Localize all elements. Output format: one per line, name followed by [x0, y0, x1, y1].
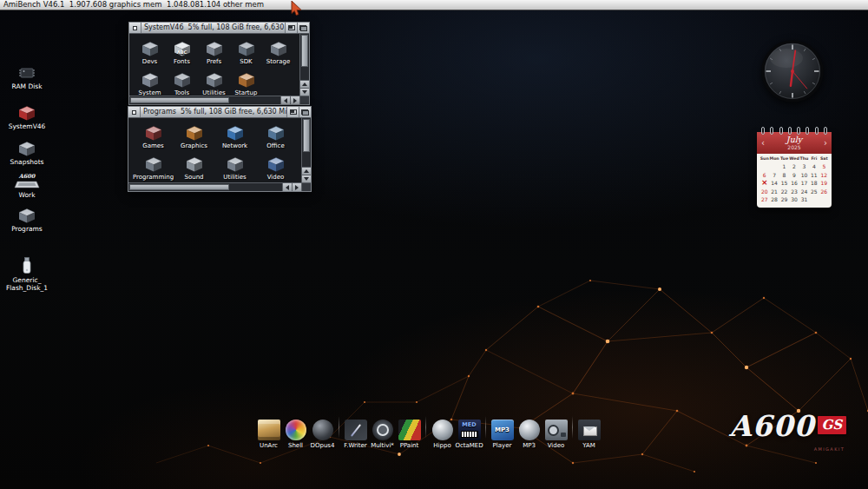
arrow-left-icon — [284, 98, 287, 103]
silver-icon — [519, 420, 540, 440]
calendar-day: 21 — [769, 188, 779, 196]
scroll-up-button[interactable] — [302, 167, 311, 175]
dock-item-label: Multivi* — [371, 442, 394, 449]
resize-handle[interactable] — [301, 182, 311, 191]
close-button[interactable] — [128, 107, 141, 117]
dock-item-dopus4[interactable]: DOpus4 — [309, 420, 336, 449]
scroll-down-button[interactable] — [302, 175, 311, 182]
window-icon-video[interactable]: Video — [255, 154, 296, 181]
resize-handle[interactable] — [299, 96, 309, 104]
dock-item-hippo[interactable]: Hippo — [429, 420, 456, 449]
window-content: GamesGraphicsNetworkOfficeProgrammingSou… — [129, 118, 301, 182]
icon-label: Startup — [235, 89, 258, 96]
calendar-widget: ‹ July 2025 › SunMonTueWedThuFriSat12345… — [757, 132, 832, 208]
dock-item-octamed[interactable]: MEDOctaMED — [456, 420, 483, 449]
scroll-left-button[interactable] — [282, 183, 292, 191]
calendar-day: 27 — [760, 195, 769, 204]
dock-item-f-writer[interactable]: F.Writer — [342, 420, 369, 449]
calendar-day: 15 — [779, 179, 789, 188]
dock-item-player[interactable]: MP3Player — [489, 420, 516, 449]
dock-separator — [572, 416, 573, 439]
dock-item-shell[interactable]: Shell — [282, 420, 309, 449]
scrollbar-thumb[interactable] — [129, 184, 229, 190]
weekday-label: Sun — [760, 155, 769, 162]
calendar-next-button[interactable]: › — [824, 139, 827, 148]
desktop-icon-programs[interactable]: Programs — [3, 205, 51, 233]
usb-icon — [16, 256, 37, 275]
window-content: DevsABCFontsPrefsSDKStorageSystemToolsUt… — [130, 34, 299, 96]
window-icon-sdk[interactable]: SDK — [230, 38, 262, 65]
desktop-icon-work[interactable]: A600Work — [3, 171, 51, 199]
drawer-icon — [204, 38, 225, 57]
horizontal-scrollbar[interactable] — [129, 96, 299, 104]
scroll-right-button[interactable] — [292, 183, 301, 191]
window-icon-graphics[interactable]: Graphics — [174, 122, 214, 149]
clock-face-icon — [761, 40, 824, 102]
scrollbar-thumb[interactable] — [303, 119, 310, 152]
dock-item-mp3[interactable]: MP3 — [516, 420, 542, 449]
drawer-icon — [236, 38, 257, 57]
icon-label: Storage — [266, 58, 290, 65]
mp3-icon: MP3 — [491, 420, 514, 440]
scroll-right-button[interactable] — [290, 96, 299, 104]
vertical-scrollbar[interactable] — [301, 118, 311, 182]
arrow-right-icon — [293, 98, 297, 103]
icon-label: Programming — [133, 174, 174, 181]
dock-separator — [425, 416, 426, 439]
dock-item-unarc[interactable]: UnArc — [255, 420, 282, 449]
scroll-left-button[interactable] — [280, 96, 290, 104]
scrollbar-thumb[interactable] — [130, 97, 229, 103]
calendar-day: 16 — [789, 179, 799, 188]
zoom-button[interactable] — [285, 23, 297, 33]
icon-label: Video — [267, 174, 285, 181]
window-icon-office[interactable]: Office — [255, 122, 296, 149]
drawer-icon — [266, 122, 286, 142]
horizontal-scrollbar[interactable] — [128, 182, 301, 191]
arrow-down-icon — [302, 90, 307, 94]
calendar-day: 30 — [789, 195, 799, 204]
depth-button[interactable] — [299, 107, 311, 117]
calendar-day: 17 — [799, 179, 809, 188]
film-icon — [545, 420, 568, 440]
window-titlebar[interactable]: SystemV46 5% full, 108 GiB free, 6,630 M… — [129, 23, 309, 34]
dock-item-yam[interactable]: YAM — [575, 420, 602, 449]
window-icon-fonts[interactable]: ABCFonts — [166, 38, 198, 65]
desktop-icon-generic-flash-disk-1[interactable]: Generic_ Flash_Disk_1 — [3, 256, 51, 292]
desktop-icon-ram-disk[interactable]: RAM Disk — [3, 63, 51, 90]
icon-label: Fonts — [174, 58, 190, 65]
window-icon-utilities[interactable]: Utilities — [214, 154, 255, 181]
window-icon-prefs[interactable]: Prefs — [198, 38, 230, 65]
vertical-scrollbar[interactable] — [299, 34, 309, 96]
calendar-prev-button[interactable]: ‹ — [761, 139, 765, 148]
window-icon-startup[interactable]: Startup — [230, 69, 262, 96]
window-icon-games[interactable]: Games — [133, 122, 174, 149]
dock-item-video[interactable]: Video — [542, 420, 569, 449]
window-icon-sound[interactable]: Sound — [174, 154, 214, 181]
dock-item-label: PPaint — [400, 442, 419, 449]
close-button[interactable] — [129, 23, 141, 33]
calendar-empty-cell — [760, 162, 769, 171]
desktop-icon-systemv46[interactable]: SystemV46 — [3, 102, 51, 130]
depth-button[interactable] — [297, 23, 309, 33]
window-icon-tools[interactable]: Tools — [166, 69, 198, 96]
window-icon-storage[interactable]: Storage — [262, 38, 294, 65]
window-icon-utilities[interactable]: Utilities — [198, 69, 230, 96]
scrollbar-thumb[interactable] — [301, 35, 308, 67]
burst-icon — [286, 420, 306, 440]
zoom-button[interactable] — [286, 107, 299, 117]
window-icon-network[interactable]: Network — [214, 122, 255, 149]
scroll-up-button[interactable] — [300, 80, 309, 88]
arrow-right-icon — [295, 185, 299, 190]
dock-item-ppaint[interactable]: PPaint — [396, 420, 423, 449]
window-icon-devs[interactable]: Devs — [134, 38, 166, 65]
desktop-icon-snapshots[interactable]: Snapshots — [3, 138, 51, 166]
calendar-day: 7 — [769, 171, 779, 180]
drawer-icon — [172, 69, 193, 89]
svg-text:A600: A600 — [18, 173, 36, 180]
dock-item-label: F.Writer — [344, 442, 367, 449]
window-icon-system[interactable]: System — [134, 69, 166, 96]
dock-item-multivi[interactable]: Multivi* — [369, 420, 396, 449]
window-icon-programming[interactable]: Programming — [133, 154, 174, 181]
scroll-down-button[interactable] — [300, 88, 309, 96]
window-titlebar[interactable]: Programs 5% full, 108 GiB free, 6,630 Mi… — [128, 107, 311, 118]
